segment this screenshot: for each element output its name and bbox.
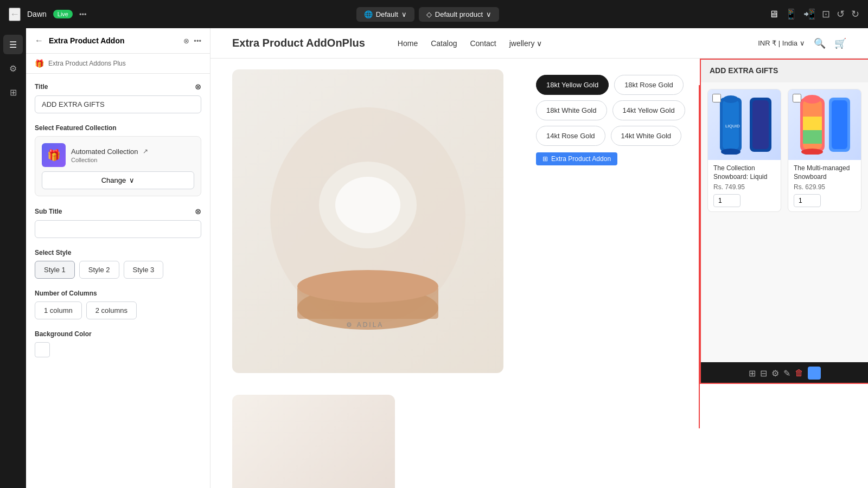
product-dropdown[interactable]: ◇ Default product ∨ [419, 7, 499, 22]
subtitle-input[interactable] [35, 220, 201, 238]
chevron-icon-2: ∨ [486, 10, 492, 18]
live-badge: Live [53, 10, 73, 18]
subtitle-section: Sub Title ⊗ [35, 207, 201, 238]
style-section: Select Style Style 1 Style 2 Style 3 [35, 249, 201, 279]
style-3-button[interactable]: Style 3 [124, 261, 164, 279]
addon-badge[interactable]: ⊞ Extra Product Addon [536, 152, 617, 165]
addon-product-1-name: The Collection Snowboard: Liquid [713, 164, 775, 181]
style-2-button[interactable]: Style 2 [79, 261, 119, 279]
back-button[interactable]: ← [9, 8, 21, 21]
collection-section: Select Featured Collection 🎁 Automated C… [35, 124, 201, 196]
addon-toolbar: ⊞ ⊟ ⚙ ✎ 🗑 [701, 362, 868, 384]
theme-dropdown[interactable]: 🌐 Default ∨ [356, 7, 414, 22]
top-bar-right: 🖥 📱 📲 ⊡ ↺ ↻ [769, 8, 859, 20]
settings-header: ← Extra Product Addon ⊗ ••• [26, 28, 210, 54]
apps-icon-button[interactable]: ⊞ [3, 82, 23, 102]
nav-contact[interactable]: Contact [470, 39, 496, 48]
change-collection-button[interactable]: Change ∨ [42, 171, 194, 189]
more-button[interactable]: ••• [79, 10, 87, 18]
currency-label: INR ₹ | India [758, 39, 797, 47]
toolbar-delete[interactable]: 🗑 [795, 368, 803, 378]
addon-icon: 🎁 [35, 59, 44, 68]
variant-14kt-white[interactable]: 14kt White Gold [611, 126, 682, 146]
cart-button[interactable]: 🛒 [834, 37, 846, 49]
settings-icon-button[interactable]: ⚙ [3, 59, 23, 78]
addon-product-1-checkbox[interactable] [712, 94, 721, 102]
redo-button[interactable]: ↻ [851, 8, 859, 20]
toolbar-btn-2[interactable]: ⊟ [760, 368, 767, 378]
subtitle-db-icon[interactable]: ⊗ [195, 207, 201, 216]
settings-more-icon[interactable]: ••• [194, 37, 201, 45]
column-buttons: 1 column 2 columns [35, 301, 201, 319]
svg-rect-17 [803, 130, 822, 144]
columns-label: Number of Columns [35, 290, 201, 297]
second-product-row [210, 384, 868, 488]
product-area: ⚙ ADILA 18kt Yellow Gold 18kt Rose Gold … [210, 59, 868, 384]
variant-row-2: 18kt White Gold 14kt Yellow Gold [536, 100, 689, 120]
variant-row-3: 14kt Rose Gold 14kt White Gold [536, 126, 689, 146]
search-button[interactable]: 🔍 [814, 37, 826, 49]
columns-section: Number of Columns 1 column 2 columns [35, 290, 201, 319]
variant-18kt-yellow[interactable]: 18kt Yellow Gold [536, 75, 609, 95]
settings-content: Title ⊗ Select Featured Collection 🎁 Aut… [26, 74, 210, 488]
variant-14kt-rose[interactable]: 14kt Rose Gold [536, 126, 605, 146]
collection-item: 🎁 Automated Collection ↗ Collection [42, 143, 194, 167]
title-section: Title ⊗ [35, 82, 201, 113]
addon-product-2-qty[interactable] [794, 194, 821, 207]
addon-product-1-qty[interactable] [713, 194, 741, 207]
title-db-icon[interactable]: ⊗ [195, 82, 201, 91]
collection-picker: 🎁 Automated Collection ↗ Collection Chan… [35, 136, 201, 196]
collection-external-link[interactable]: ↗ [143, 147, 148, 155]
mobile-view-button[interactable]: 📲 [803, 8, 815, 20]
settings-sub-header: 🎁 Extra Product Addons Plus [26, 54, 210, 74]
addon-product-2-checkbox[interactable] [793, 94, 801, 102]
addon-product-2-info: The Multi-managed Snowboard Rs. 629.95 [788, 160, 861, 211]
toolbar-btn-3[interactable]: ⚙ [771, 368, 779, 378]
settings-panel: ← Extra Product Addon ⊗ ••• 🎁 Extra Prod… [26, 28, 210, 488]
desktop-view-button[interactable]: 🖥 [769, 9, 778, 20]
collection-name: Automated Collection [71, 147, 138, 156]
variant-18kt-rose[interactable]: 18kt Rose Gold [614, 75, 684, 95]
product-images: ⚙ ADILA [210, 59, 525, 384]
nav-home[interactable]: Home [398, 39, 418, 48]
main-layout: ☰ ⚙ ⊞ ← Extra Product Addon ⊗ ••• 🎁 Extr… [0, 28, 868, 488]
addon-panel: ADD EXTRA GIFTS LIQUID [700, 59, 868, 384]
1-column-button[interactable]: 1 column [35, 301, 82, 319]
style-1-button[interactable]: Style 1 [35, 261, 75, 279]
nav-catalog[interactable]: Catalog [431, 39, 457, 48]
sidebar-icons: ☰ ⚙ ⊞ [0, 28, 26, 488]
variant-14kt-yellow[interactable]: 14kt Yellow Gold [612, 100, 685, 120]
addon-product-1-info: The Collection Snowboard: Liquid Rs. 749… [708, 160, 781, 211]
currency-selector[interactable]: INR ₹ | India ∨ [758, 39, 805, 47]
database-icon[interactable]: ⊗ [183, 37, 189, 45]
variant-18kt-white[interactable]: 18kt White Gold [536, 100, 607, 120]
title-input[interactable] [35, 95, 201, 113]
svg-point-19 [803, 95, 821, 104]
header-icons: ⊗ ••• [183, 37, 201, 45]
toolbar-color [808, 367, 821, 380]
sections-icon-button[interactable]: ☰ [3, 35, 23, 54]
svg-text:LIQUID: LIQUID [725, 124, 740, 129]
settings-back-button[interactable]: ← [35, 36, 43, 46]
variant-group: 18kt Yellow Gold 18kt Rose Gold 18kt Whi… [536, 75, 689, 146]
toolbar-btn-4[interactable]: ✎ [783, 368, 790, 378]
addon-badge-label: Extra Product Addon [551, 155, 611, 163]
nav-jwellery[interactable]: jwellery ∨ [509, 39, 542, 48]
2-columns-button[interactable]: 2 columns [86, 301, 137, 319]
product-dropdown-label: Default product [435, 10, 483, 18]
addon-product-1-image: LIQUID [708, 89, 781, 160]
theme-dropdown-label: Default [376, 10, 398, 18]
bg-color-section: Background Color [35, 330, 201, 357]
undo-button[interactable]: ↺ [837, 8, 845, 20]
addon-badge-icon: ⊞ [542, 155, 548, 163]
globe-icon: 🌐 [364, 10, 373, 18]
snowboard-2b-svg [827, 95, 852, 155]
other-view-button[interactable]: ⊡ [822, 8, 830, 20]
collection-info: Automated Collection ↗ Collection [71, 147, 148, 163]
addon-product-2-price: Rs. 629.95 [794, 183, 856, 191]
bg-color-picker [35, 342, 201, 357]
tablet-view-button[interactable]: 📱 [785, 8, 797, 20]
top-bar-center: 🌐 Default ∨ ◇ Default product ∨ [93, 7, 762, 22]
toolbar-btn-1[interactable]: ⊞ [749, 368, 756, 378]
color-swatch[interactable] [35, 342, 50, 357]
